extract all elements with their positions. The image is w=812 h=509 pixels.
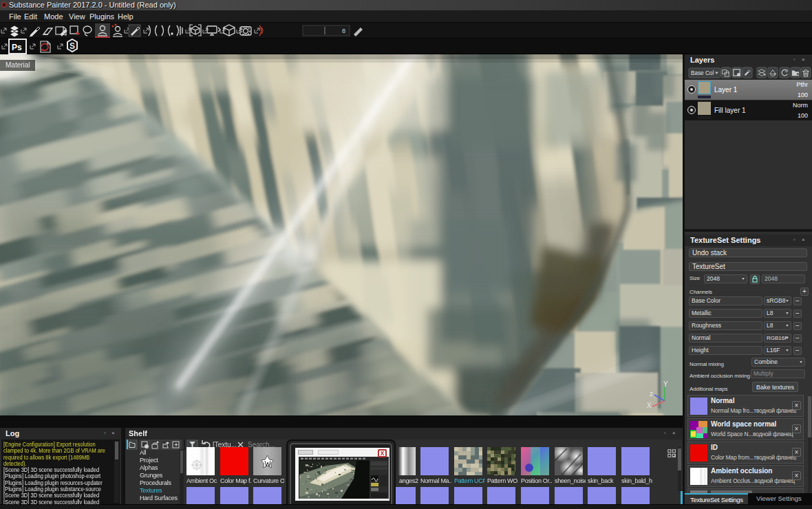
svg-text:Y: Y — [663, 381, 668, 388]
svg-text:Base Col: Base Col — [691, 70, 714, 76]
svg-text:S: S — [70, 41, 75, 51]
svg-text:8: 8 — [342, 28, 345, 34]
svg-text:Ps: Ps — [12, 43, 22, 52]
svg-text:z: z — [650, 390, 653, 398]
svg-text:X: X — [647, 402, 652, 409]
